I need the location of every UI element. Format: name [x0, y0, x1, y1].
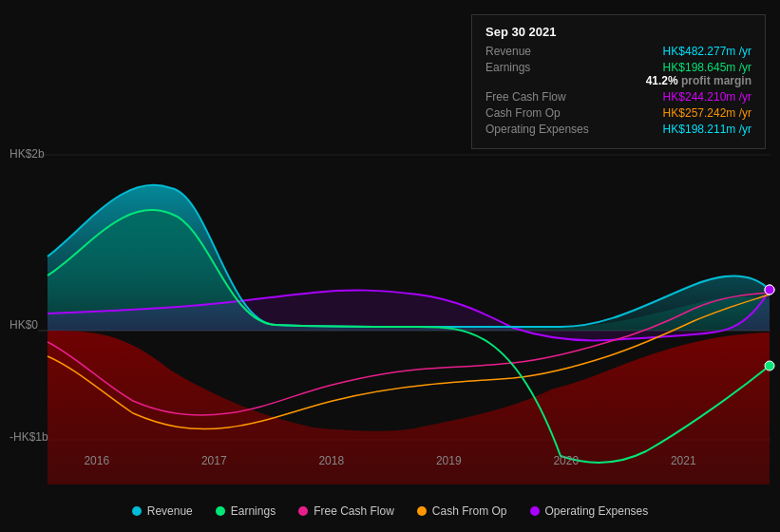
tooltip-label-opex: Operating Expenses — [485, 123, 609, 136]
y-label-2b: HK$2b — [10, 147, 45, 161]
svg-point-6 — [765, 285, 774, 294]
legend-item-revenue[interactable]: Revenue — [132, 504, 193, 518]
tooltip-row-fcf: Free Cash Flow HK$244.210m /yr — [485, 90, 751, 104]
tooltip-row-cfo: Cash From Op HK$257.242m /yr — [485, 106, 751, 120]
tooltip-label-revenue: Revenue — [485, 45, 609, 58]
tooltip-value-fcf: HK$244.210m /yr — [663, 90, 751, 104]
x-label-2019: 2019 — [436, 454, 462, 467]
legend-dot-opex — [530, 506, 540, 516]
y-label-0: HK$0 — [10, 318, 38, 332]
legend-item-opex[interactable]: Operating Expenses — [530, 504, 649, 518]
tooltip-margin-label: profit margin — [681, 74, 751, 87]
tooltip-label-earnings: Earnings — [485, 61, 609, 74]
legend-item-fcf[interactable]: Free Cash Flow — [298, 504, 394, 518]
tooltip-value-earnings: HK$198.645m /yr — [646, 61, 751, 74]
tooltip-row-opex: Operating Expenses HK$198.211m /yr — [485, 123, 751, 136]
y-label-1b: -HK$1b — [10, 430, 48, 444]
x-label-2020: 2020 — [553, 454, 579, 467]
legend-dot-fcf — [298, 506, 308, 516]
tooltip-label-cfo: Cash From Op — [485, 106, 609, 120]
legend-label-cfo: Cash From Op — [432, 504, 507, 518]
legend-dot-earnings — [216, 506, 225, 516]
tooltip-row-revenue: Revenue HK$482.277m /yr — [485, 45, 751, 58]
legend-dot-revenue — [132, 506, 142, 516]
tooltip-date: Sep 30 2021 — [485, 25, 751, 39]
legend-label-revenue: Revenue — [147, 504, 193, 518]
svg-point-7 — [765, 361, 774, 370]
legend-item-earnings[interactable]: Earnings — [216, 504, 276, 518]
legend-item-cfo[interactable]: Cash From Op — [417, 504, 507, 518]
tooltip-row-earnings: Earnings HK$198.645m /yr 41.2% profit ma… — [485, 61, 751, 87]
x-label-2017: 2017 — [201, 454, 227, 467]
legend-label-earnings: Earnings — [231, 504, 276, 518]
x-label-2018: 2018 — [318, 454, 344, 467]
x-labels: 2016 2017 2018 2019 2020 2021 — [0, 454, 780, 467]
tooltip-value-cfo: HK$257.242m /yr — [663, 106, 751, 120]
x-label-2021: 2021 — [671, 454, 696, 467]
x-label-2016: 2016 — [84, 454, 109, 467]
chart-legend: Revenue Earnings Free Cash Flow Cash Fro… — [0, 504, 780, 518]
legend-dot-cfo — [417, 506, 427, 516]
tooltip-label-fcf: Free Cash Flow — [485, 90, 609, 104]
tooltip-value-opex: HK$198.211m /yr — [663, 123, 751, 136]
tooltip-value-revenue: HK$482.277m /yr — [663, 45, 751, 58]
data-tooltip: Sep 30 2021 Revenue HK$482.277m /yr Earn… — [471, 14, 766, 149]
legend-label-fcf: Free Cash Flow — [314, 504, 394, 518]
tooltip-margin: 41.2% profit margin — [646, 74, 751, 87]
legend-label-opex: Operating Expenses — [545, 504, 649, 518]
